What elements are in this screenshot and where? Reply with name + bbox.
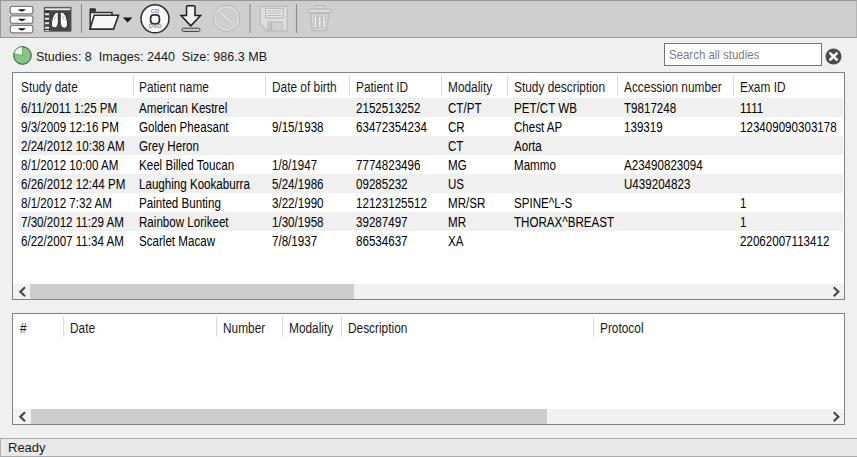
svg-text:DVD: DVD [149,23,162,29]
svg-text:CD: CD [151,8,160,14]
